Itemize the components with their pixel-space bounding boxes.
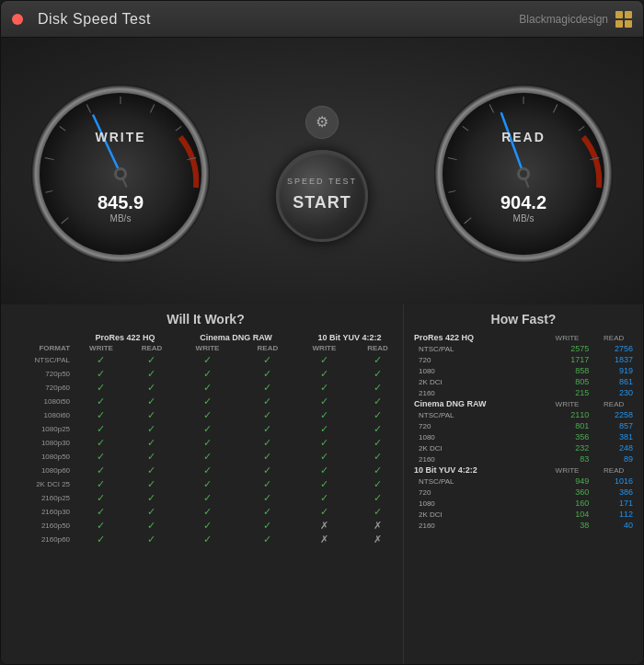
format-cell: 2160p30 (8, 505, 75, 519)
check-cell: ✓ (352, 381, 403, 395)
check-icon: ✓ (320, 506, 328, 517)
check-cell: ✓ (128, 436, 176, 450)
check-icon: ✓ (203, 423, 212, 434)
check-icon: ✓ (147, 492, 155, 503)
check-cell: ✓ (296, 491, 352, 505)
read-gauge-svg: READ 904.2 MB/s (431, 82, 615, 266)
check-cell: ✗ (296, 533, 352, 546)
hf-group-name: 10 Bit YUV 4:2:2 (411, 464, 543, 476)
hf-read-value: 857 (592, 420, 636, 431)
check-cell: ✓ (75, 436, 128, 450)
hf-data-row: NTSC/PAL21102258 (411, 409, 636, 420)
check-icon: ✓ (374, 396, 382, 407)
format-cell: 720p50 (8, 367, 75, 381)
format-header (8, 332, 75, 343)
how-fast-panel: How Fast? ProRes 422 HQWRITEREADNTSC/PAL… (404, 304, 643, 664)
check-icon: ✓ (147, 478, 155, 489)
hf-row-label: 2160 (411, 387, 543, 398)
check-cell: ✓ (239, 353, 296, 367)
check-cell: ✓ (296, 464, 352, 477)
check-icon: ✓ (97, 437, 105, 448)
check-cell: ✓ (176, 422, 239, 436)
check-cell: ✓ (75, 422, 128, 436)
hf-write-value: 1717 (543, 354, 592, 365)
check-icon: ✓ (97, 396, 105, 407)
check-cell: ✓ (352, 408, 403, 422)
hf-row-label: 2160 (411, 520, 543, 531)
check-cell: ✓ (75, 533, 128, 546)
check-icon: ✓ (203, 409, 212, 420)
check-cell: ✓ (352, 477, 403, 491)
hf-data-row: 2K DCI104112 (411, 509, 636, 520)
hf-write-value: 360 (543, 487, 592, 498)
check-cell: ✓ (128, 519, 176, 533)
hf-write-header: WRITE (543, 398, 592, 409)
check-icon: ✓ (320, 464, 328, 476)
app-window: Disk Speed Test Blackmagicdesign (0, 0, 644, 665)
start-button[interactable]: SPEED TEST START (276, 150, 368, 242)
check-cell: ✓ (239, 464, 296, 477)
hf-data-row: NTSC/PAL9491016 (411, 476, 636, 487)
hf-read-value: 861 (592, 376, 636, 387)
hf-group-name: Cinema DNG RAW (411, 398, 543, 409)
check-cell: ✓ (75, 519, 128, 533)
hf-write-value: 801 (543, 420, 592, 431)
hf-read-value: 1837 (592, 354, 636, 365)
check-cell: ✓ (176, 353, 239, 367)
hf-data-row: NTSC/PAL25752756 (411, 343, 636, 354)
check-icon: ✓ (263, 396, 271, 407)
check-icon: ✓ (97, 464, 105, 476)
hf-read-value: 40 (592, 520, 636, 531)
cross-icon: ✗ (320, 520, 328, 531)
check-icon: ✓ (374, 478, 382, 489)
check-cell: ✓ (176, 491, 239, 505)
settings-button[interactable]: ⚙ (305, 106, 339, 139)
hf-row-label: 1080 (411, 365, 543, 376)
check-icon: ✓ (320, 396, 328, 407)
check-cell: ✓ (239, 450, 296, 464)
hf-data-row: 720801857 (411, 420, 636, 431)
cross-icon: ✗ (374, 533, 382, 545)
hf-write-value: 215 (543, 387, 592, 398)
hf-row-label: NTSC/PAL (411, 409, 543, 420)
check-cell: ✓ (352, 464, 403, 477)
check-cell: ✗ (296, 519, 352, 533)
check-cell: ✓ (296, 381, 352, 395)
hf-read-value: 2258 (592, 409, 636, 420)
check-cell: ✓ (352, 450, 403, 464)
check-icon: ✓ (320, 409, 328, 420)
will-it-work-panel: Will It Work? ProRes 422 HQ Cinema DNG R… (1, 304, 404, 664)
hf-read-header: READ (592, 332, 636, 343)
table-row: NTSC/PAL✓✓✓✓✓✓ (8, 353, 403, 367)
hf-row-label: 2160 (411, 453, 543, 464)
check-icon: ✓ (263, 520, 271, 531)
table-row: 1080i50✓✓✓✓✓✓ (8, 395, 403, 408)
check-icon: ✓ (263, 492, 271, 503)
check-cell: ✓ (239, 505, 296, 519)
close-button[interactable] (12, 14, 23, 25)
check-icon: ✓ (374, 451, 382, 462)
check-icon: ✓ (374, 464, 382, 476)
check-cell: ✓ (176, 505, 239, 519)
check-cell: ✓ (239, 381, 296, 395)
check-cell: ✓ (296, 505, 352, 519)
check-icon: ✓ (320, 368, 328, 379)
yuv-header: 10 Bit YUV 4:2:2 (296, 332, 403, 343)
check-icon: ✓ (263, 409, 271, 420)
brand-icon (615, 11, 632, 28)
check-icon: ✓ (263, 464, 271, 476)
check-cell: ✓ (352, 367, 403, 381)
check-icon: ✓ (263, 354, 271, 365)
check-cell: ✓ (176, 450, 239, 464)
check-icon: ✓ (374, 506, 382, 517)
hf-write-header: WRITE (543, 464, 592, 476)
check-cell: ✓ (176, 519, 239, 533)
check-cell: ✓ (75, 367, 128, 381)
hf-data-row: 720360386 (411, 487, 636, 498)
check-cell: ✓ (128, 367, 176, 381)
cdng-write-header: WRITE (176, 343, 239, 353)
check-icon: ✓ (97, 478, 105, 489)
table-row: 2160p50✓✓✓✓✗✗ (8, 519, 403, 533)
hf-data-row: 1080160171 (411, 498, 636, 509)
check-icon: ✓ (97, 423, 105, 434)
